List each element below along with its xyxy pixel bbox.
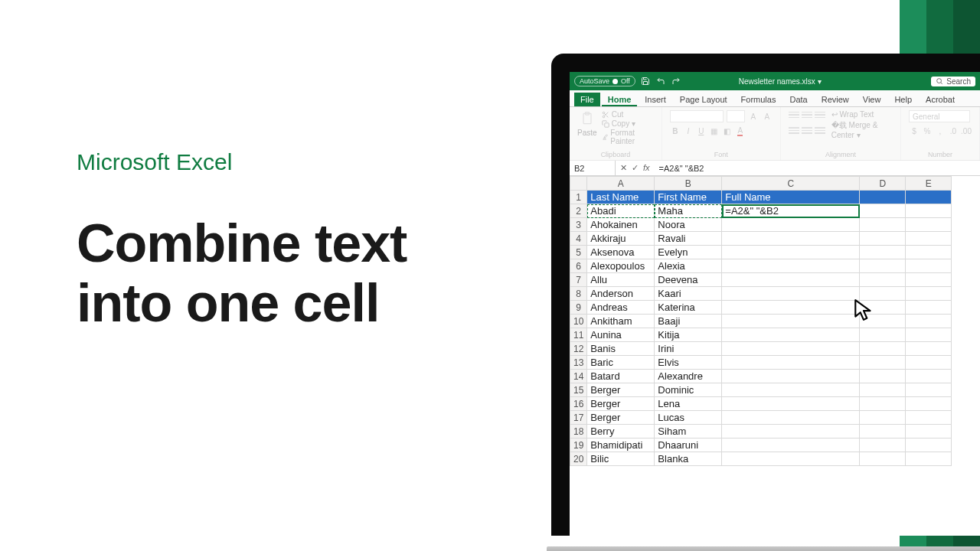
- cell[interactable]: [722, 301, 860, 315]
- cell[interactable]: [860, 439, 906, 452]
- cell[interactable]: [860, 191, 906, 204]
- percent-button[interactable]: %: [922, 126, 933, 136]
- currency-button[interactable]: $: [909, 126, 920, 136]
- row-header[interactable]: 18: [570, 425, 587, 439]
- cell[interactable]: [906, 287, 952, 301]
- cell[interactable]: [906, 425, 952, 439]
- tab-acrobat[interactable]: Acrobat: [920, 93, 961, 106]
- bold-button[interactable]: B: [670, 126, 681, 136]
- cell[interactable]: [722, 328, 860, 342]
- tab-formulas[interactable]: Formulas: [735, 93, 782, 106]
- cell[interactable]: [906, 273, 952, 287]
- tab-view[interactable]: View: [857, 93, 887, 106]
- cell[interactable]: Irini: [655, 342, 722, 356]
- cell[interactable]: [860, 370, 906, 383]
- cell[interactable]: Aunina: [587, 328, 655, 342]
- cell[interactable]: Berger: [587, 383, 655, 397]
- decrease-decimal-button[interactable]: .00: [961, 126, 972, 136]
- row-header[interactable]: 2: [570, 204, 587, 218]
- fill-color-button[interactable]: ◧: [722, 126, 733, 136]
- cell[interactable]: [860, 425, 906, 439]
- cell[interactable]: [906, 301, 952, 315]
- name-box[interactable]: B2: [570, 161, 616, 175]
- row-header[interactable]: 14: [570, 370, 587, 383]
- row-header[interactable]: 13: [570, 356, 587, 370]
- cell[interactable]: Evelyn: [655, 246, 722, 259]
- cell[interactable]: [722, 232, 860, 246]
- cell[interactable]: [860, 218, 906, 232]
- save-icon[interactable]: [640, 76, 651, 86]
- cell[interactable]: [906, 411, 952, 425]
- decrease-font-icon[interactable]: A: [762, 111, 773, 122]
- cell[interactable]: [906, 452, 952, 466]
- row-header[interactable]: 20: [570, 452, 587, 466]
- cell[interactable]: Kitija: [655, 328, 722, 342]
- alignment-buttons[interactable]: [789, 110, 825, 139]
- cell[interactable]: [860, 204, 906, 218]
- cell[interactable]: Kaari: [655, 287, 722, 301]
- cell[interactable]: Alexia: [655, 259, 722, 273]
- cell[interactable]: Blanka: [655, 452, 722, 466]
- cell[interactable]: Andreas: [587, 301, 655, 315]
- cell[interactable]: [860, 356, 906, 370]
- cell[interactable]: [860, 328, 906, 342]
- cell[interactable]: Katerina: [655, 301, 722, 315]
- underline-button[interactable]: U: [696, 126, 707, 136]
- cell[interactable]: Alexopoulos: [587, 259, 655, 273]
- increase-font-icon[interactable]: A: [748, 111, 759, 122]
- row-header[interactable]: 9: [570, 301, 587, 315]
- cell[interactable]: Noora: [655, 218, 722, 232]
- row-header[interactable]: 10: [570, 315, 587, 328]
- cell[interactable]: Dhaaruni: [655, 439, 722, 452]
- cell[interactable]: Lucas: [655, 411, 722, 425]
- tab-review[interactable]: Review: [815, 93, 855, 106]
- spreadsheet[interactable]: A B C D E 1 Last Name First Name Full Na…: [570, 176, 980, 466]
- cell[interactable]: [722, 452, 860, 466]
- merge-center-button[interactable]: �载 Merge & Center ▾: [831, 120, 893, 139]
- cell[interactable]: [722, 397, 860, 411]
- col-header-d[interactable]: D: [860, 177, 906, 191]
- cell[interactable]: [860, 232, 906, 246]
- number-format-select[interactable]: General: [909, 110, 970, 122]
- cell[interactable]: Bhamidipati: [587, 439, 655, 452]
- row-header[interactable]: 15: [570, 383, 587, 397]
- cell[interactable]: [906, 356, 952, 370]
- cell[interactable]: Maha: [655, 204, 722, 218]
- cell[interactable]: Ravali: [655, 232, 722, 246]
- cell[interactable]: Berry: [587, 425, 655, 439]
- cell[interactable]: [722, 425, 860, 439]
- cell[interactable]: [722, 315, 860, 328]
- search-input[interactable]: Search: [931, 77, 975, 86]
- autosave-toggle[interactable]: AutoSave Off: [574, 76, 635, 86]
- cell[interactable]: [906, 191, 952, 204]
- cell[interactable]: Last Name: [587, 191, 655, 204]
- cell[interactable]: Akkiraju: [587, 232, 655, 246]
- cell[interactable]: Siham: [655, 425, 722, 439]
- cell[interactable]: Batard: [587, 370, 655, 383]
- cell[interactable]: [860, 315, 906, 328]
- cell[interactable]: [906, 328, 952, 342]
- row-header[interactable]: 3: [570, 218, 587, 232]
- cell[interactable]: First Name: [655, 191, 722, 204]
- row-header[interactable]: 8: [570, 287, 587, 301]
- col-header-a[interactable]: A: [587, 177, 655, 191]
- cell[interactable]: [722, 356, 860, 370]
- cancel-icon[interactable]: ✕: [620, 163, 627, 173]
- cell[interactable]: [722, 383, 860, 397]
- cell[interactable]: Allu: [587, 273, 655, 287]
- cell[interactable]: [722, 370, 860, 383]
- format-painter-button[interactable]: Format Painter: [602, 129, 654, 145]
- cell[interactable]: Elvis: [655, 356, 722, 370]
- row-header[interactable]: 7: [570, 273, 587, 287]
- row-header[interactable]: 17: [570, 411, 587, 425]
- tab-page-layout[interactable]: Page Layout: [674, 93, 733, 106]
- col-header-c[interactable]: C: [722, 177, 860, 191]
- cell[interactable]: Dominic: [655, 383, 722, 397]
- cell[interactable]: Berger: [587, 397, 655, 411]
- cell[interactable]: [860, 452, 906, 466]
- cell[interactable]: Abadi: [587, 204, 655, 218]
- cell[interactable]: [860, 273, 906, 287]
- cell[interactable]: Ahokainen: [587, 218, 655, 232]
- italic-button[interactable]: I: [683, 126, 694, 136]
- cell[interactable]: Anderson: [587, 287, 655, 301]
